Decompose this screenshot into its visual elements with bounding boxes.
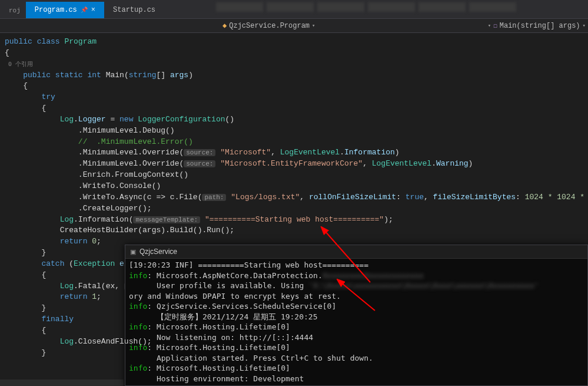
close-icon[interactable]: ×	[91, 6, 95, 14]
console-line: info: Microsoft.Hosting.Lifetime[0]	[129, 363, 584, 374]
breadcrumb-bar: ◆ QzjcService.Program ▾ ▾ ☐ Main(string[…	[0, 19, 588, 33]
chevron-down-icon[interactable]: ▾	[488, 22, 491, 29]
current-line-highlight	[0, 380, 124, 386]
console-line: [19:20:23 INF] ==========Starting web ho…	[129, 260, 584, 270]
breadcrumb-class[interactable]: ◆ QzjcService.Program ▾	[222, 21, 315, 30]
console-line: info: Microsoft.AspNetCore.DataProtectio…	[129, 270, 584, 281]
tab-program-cs[interactable]: Program.cs 📌 ×	[26, 2, 104, 18]
console-line: info: Microsoft.Hosting.Lifetime[0]	[129, 322, 584, 332]
console-line: info: QzjcService.Services.ScheduleServi…	[129, 301, 584, 312]
pin-icon[interactable]: 📌	[81, 6, 88, 14]
class-icon: ◆	[222, 21, 227, 30]
console-line: Hosting environment: Development	[129, 374, 584, 384]
method-icon: ☐	[493, 22, 497, 29]
console-output[interactable]: [19:20:23 INF] ==========Starting web ho…	[125, 259, 587, 385]
chevron-down-icon[interactable]: ▾	[583, 22, 586, 29]
breadcrumb-class-text: QzjcService.Program	[229, 22, 310, 30]
tab-label: Startup.cs	[113, 6, 155, 14]
console-line: ory and Windows DPAPI to encrypt keys at…	[129, 291, 584, 302]
terminal-icon: ▣	[130, 248, 136, 256]
blurred-tabs	[214, 2, 579, 14]
tab-label: Program.cs	[35, 6, 77, 14]
tab-bar: roj Program.cs 📌 × Startup.cs	[0, 0, 588, 19]
console-titlebar[interactable]: ▣ QzjcService	[125, 245, 587, 259]
chevron-down-icon[interactable]: ▾	[312, 22, 315, 29]
console-line: User profile is available. Using 'X:\Xxx…	[129, 281, 584, 291]
console-title-text: QzjcService	[139, 248, 177, 256]
tab-startup-cs[interactable]: Startup.cs	[104, 2, 164, 18]
breadcrumb-method[interactable]: ▾ ☐ Main(string[] args) ▾	[488, 22, 586, 30]
codelens-references[interactable]: 0 个引用	[8, 61, 33, 68]
console-line: 【定时服务】2021/12/24 星期五 19:20:25	[129, 312, 584, 322]
console-window: ▣ QzjcService [19:20:23 INF] ==========S…	[125, 245, 588, 386]
console-line: Application started. Press Ctrl+C to shu…	[129, 353, 584, 364]
leftmost-tab-fragment[interactable]: roj	[4, 3, 26, 18]
breadcrumb-method-text: Main(string[] args)	[500, 22, 580, 30]
